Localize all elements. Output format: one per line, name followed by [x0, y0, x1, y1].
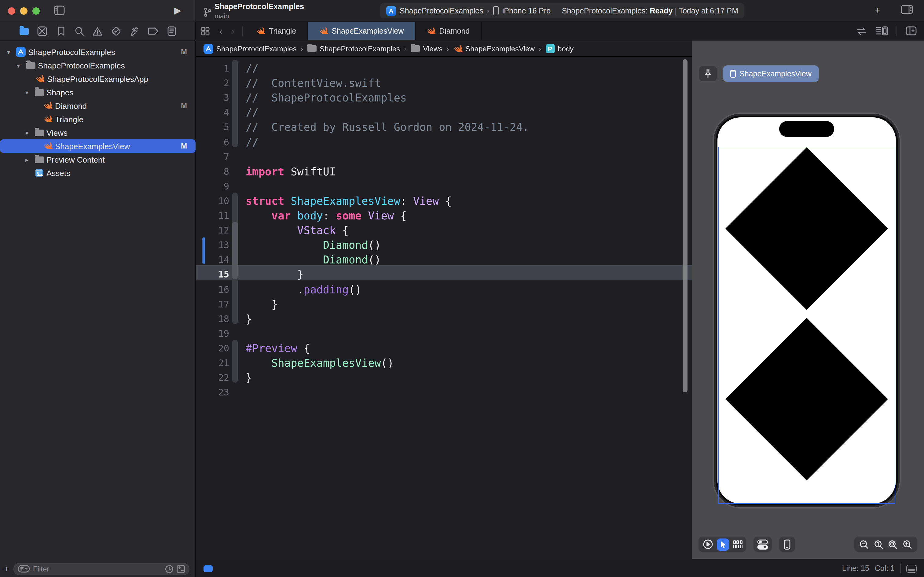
line-number: 20: [196, 341, 229, 356]
close-button[interactable]: [8, 7, 15, 15]
plusminus-icon[interactable]: [177, 564, 185, 573]
play-circle-icon[interactable]: [702, 539, 713, 550]
breadcrumb-item-views[interactable]: Views: [410, 44, 443, 53]
code-line-21[interactable]: 21 ShapeExamplesView(): [196, 356, 692, 371]
recent-clock-icon[interactable]: [165, 564, 174, 573]
tree-item-shapes[interactable]: ▾Shapes: [0, 85, 196, 99]
code-review-toggle-icon[interactable]: [203, 565, 212, 572]
toggles-icon[interactable]: [756, 538, 769, 551]
pin-preview-button[interactable]: [699, 65, 718, 82]
test-icon: [111, 26, 121, 36]
breadcrumb-item-body[interactable]: Pbody: [546, 44, 573, 53]
tree-item-diamond[interactable]: DiamondM: [0, 99, 196, 113]
zoom-out-icon[interactable]: [859, 539, 869, 549]
disclosure-down-icon[interactable]: ▾: [24, 89, 30, 96]
navigator-tab-debug-icon[interactable]: [129, 25, 141, 37]
preview-view-button[interactable]: ShapeExamplesView: [723, 65, 819, 82]
cursor-icon[interactable]: [717, 538, 729, 550]
navigator-tab-search-icon[interactable]: [73, 25, 85, 37]
navigator-tab-bookmark-icon[interactable]: [55, 25, 67, 37]
tree-item-shapeprotocolexamples[interactable]: ▾ShapeProtocolExamplesM: [0, 45, 196, 59]
breadcrumb-label: body: [558, 44, 573, 53]
bottom-bar-toggle-icon[interactable]: [906, 564, 917, 572]
warning-icon: [93, 27, 103, 36]
code-line-16[interactable]: 16 .padding(): [196, 282, 692, 297]
library-plus-icon[interactable]: +: [874, 5, 880, 16]
code-line-14[interactable]: 14 Diamond(): [196, 253, 692, 268]
code-line-12[interactable]: 12 VStack {: [196, 223, 692, 238]
code-line-18[interactable]: 18}: [196, 311, 692, 326]
adjust-editor-icon[interactable]: [876, 26, 888, 35]
code-line-20[interactable]: 20#Preview {: [196, 341, 692, 356]
code-line-17[interactable]: 17 }: [196, 297, 692, 311]
code-line-9[interactable]: 9: [196, 179, 692, 194]
code-line-7[interactable]: 7: [196, 150, 692, 164]
zoom-100-icon[interactable]: [874, 539, 883, 549]
navigator-tab-breakpoint-icon[interactable]: [147, 25, 159, 37]
disclosure-down-icon[interactable]: ▾: [5, 48, 11, 55]
navigator-tab-warning-icon[interactable]: [92, 25, 104, 37]
scheme-device[interactable]: iPhone 16 Pro: [502, 6, 551, 15]
code-line-10[interactable]: 10struct ShapeExamplesView: View {: [196, 194, 692, 208]
tree-item-assets[interactable]: Assets: [0, 166, 196, 180]
source-editor[interactable]: 1//2// ContentView.swift3// ShapeProtoco…: [196, 58, 692, 559]
zoom-button[interactable]: [32, 7, 40, 15]
scheme-selector[interactable]: A ShapeProtocolExamples › iPhone 16 Pro …: [380, 3, 744, 18]
zoom-in-icon[interactable]: [903, 539, 913, 549]
tree-item-preview-content[interactable]: ▸Preview Content: [0, 153, 196, 166]
navigator-tab-test-icon[interactable]: [110, 25, 122, 37]
code-line-13[interactable]: 13 Diamond(): [196, 238, 692, 253]
navigator-tab-folder-icon[interactable]: [18, 25, 30, 37]
tree-item-shapeprotocolexamplesapp[interactable]: ShapeProtocolExamplesApp: [0, 72, 196, 85]
branch-icon: [203, 5, 211, 19]
disclosure-down-icon[interactable]: ▾: [24, 129, 30, 136]
zoom-fit-icon[interactable]: [888, 539, 898, 549]
device-icon[interactable]: [784, 539, 791, 550]
related-items-icon[interactable]: [196, 22, 214, 40]
add-editor-icon[interactable]: [906, 26, 917, 35]
bookmark-icon: [57, 26, 64, 36]
editor-tab-shapeexamplesview[interactable]: ShapeExamplesView: [308, 22, 415, 40]
tree-item-shapeexamplesview[interactable]: ShapeExamplesViewM: [0, 139, 196, 153]
filter-input[interactable]: Filter: [13, 562, 190, 575]
line-text: //: [246, 135, 259, 150]
preview-settings-button[interactable]: [753, 536, 773, 553]
code-line-3[interactable]: 3// ShapeProtocolExamples: [196, 90, 692, 105]
toggle-sidebar-icon[interactable]: [54, 5, 65, 15]
minimize-button[interactable]: [20, 7, 27, 15]
breadcrumb-item-shapeexamplesview[interactable]: ShapeExamplesView: [453, 44, 534, 53]
scheme-project[interactable]: ShapeProtocolExamples: [400, 6, 483, 15]
tree-item-triangle[interactable]: Triangle: [0, 113, 196, 126]
code-line-11[interactable]: 11 var body: some View {: [196, 208, 692, 223]
add-file-button[interactable]: +: [0, 564, 13, 574]
disclosure-down-icon[interactable]: ▾: [15, 62, 21, 69]
disclosure-right-icon[interactable]: ▸: [24, 156, 30, 163]
code-line-23[interactable]: 23: [196, 385, 692, 400]
code-line-2[interactable]: 2// ContentView.swift: [196, 76, 692, 90]
breadcrumb-item-shapeprotocolexamples[interactable]: ShapeProtocolExamples: [203, 44, 297, 53]
editor-tab-triangle[interactable]: Triangle: [245, 22, 308, 40]
code-line-22[interactable]: 22}: [196, 371, 692, 385]
navigator-tab-conflicts-icon[interactable]: [36, 25, 48, 37]
code-line-4[interactable]: 4//: [196, 105, 692, 120]
code-line-5[interactable]: 5// Created by Russell Gordon on 2024-11…: [196, 120, 692, 135]
editor-tab-diamond[interactable]: Diamond: [415, 22, 481, 40]
editor-layout-icon[interactable]: [901, 5, 913, 14]
code-line-1[interactable]: 1//: [196, 61, 692, 76]
forward-icon[interactable]: ›: [227, 22, 239, 40]
preview-device-button[interactable]: [779, 536, 796, 553]
swap-editor-icon[interactable]: [856, 27, 867, 35]
code-line-6[interactable]: 6//: [196, 135, 692, 150]
code-line-8[interactable]: 8import SwiftUI: [196, 164, 692, 179]
tree-item-shapeprotocolexamples[interactable]: ▾ShapeProtocolExamples: [0, 59, 196, 72]
editor-scrollbar[interactable]: [683, 59, 687, 392]
breadcrumb-item-shapeprotocolexamples[interactable]: ShapeProtocolExamples: [307, 44, 400, 53]
code-line-15[interactable]: 15 }: [196, 268, 692, 282]
navigator-tab-report-icon[interactable]: [166, 25, 178, 37]
code-line-19[interactable]: 19: [196, 326, 692, 341]
back-icon[interactable]: ‹: [214, 22, 227, 40]
folder-icon: [34, 87, 44, 97]
variants-grid-icon[interactable]: [733, 540, 742, 549]
tree-item-views[interactable]: ▾Views: [0, 126, 196, 139]
run-button[interactable]: ▶: [174, 5, 181, 16]
